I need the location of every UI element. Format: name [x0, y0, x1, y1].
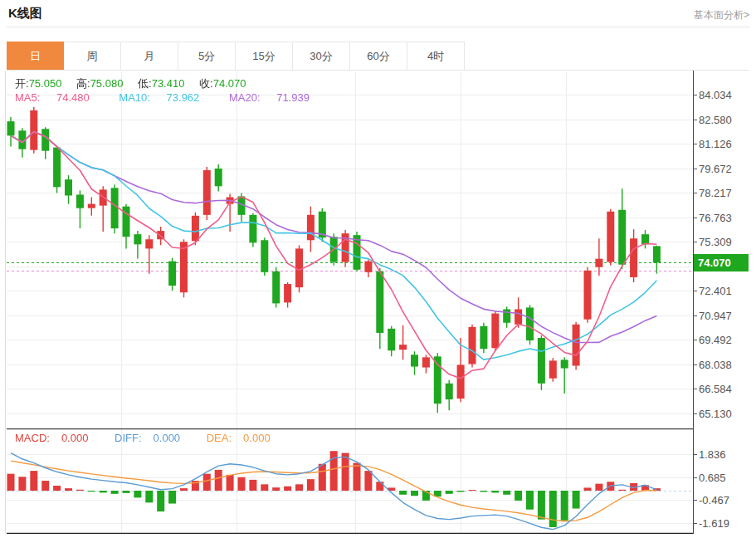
fundamental-analysis-link[interactable]: 基本面分析> [694, 8, 749, 22]
price-axis-label: 72.401 [699, 285, 732, 297]
axis-tick-mark [693, 315, 697, 316]
ohlc-open-label: 开: [15, 77, 29, 90]
axis-tick-mark [693, 242, 697, 242]
axis-tick-mark [693, 389, 697, 389]
price-axis-label: 69.492 [699, 334, 732, 346]
tab-bar-baseline [7, 70, 749, 71]
tab-week[interactable]: 周 [64, 42, 121, 71]
axis-tick-mark [693, 120, 697, 120]
ohlc-open-value: 75.050 [29, 77, 62, 90]
tab-4hour[interactable]: 4时 [407, 42, 465, 71]
tab-30min[interactable]: 30分 [293, 42, 350, 71]
price-axis-label: 78.217 [699, 187, 732, 199]
axis-tick-mark [693, 340, 697, 340]
axis-tick-mark [693, 477, 697, 478]
price-axis-label: 66.584 [699, 383, 732, 395]
ma10-value: MA10: 73.962 [119, 91, 212, 104]
tab-5min[interactable]: 5分 [178, 42, 236, 71]
interval-tab-bar: 日 周 月 5分 15分 30分 60分 4时 [7, 42, 465, 71]
price-axis-label: 82.580 [699, 114, 732, 126]
axis-tick-mark [693, 523, 697, 524]
ohlc-low-value: 73.410 [152, 77, 185, 90]
macd-readout: MACD:0.000 DIFF:0.000 DEA:0.000 [15, 432, 294, 444]
axis-tick-mark [693, 218, 697, 218]
ohlc-high-value: 75.080 [90, 77, 124, 90]
current-price-tag: 74.070 [694, 254, 749, 271]
macd-axis-label: -1.619 [699, 517, 729, 530]
axis-tick-mark [693, 95, 697, 95]
axis-tick-mark [693, 364, 697, 365]
tab-month[interactable]: 月 [121, 42, 178, 71]
tab-60min[interactable]: 60分 [350, 42, 407, 71]
candlestick-chart-canvas[interactable] [7, 71, 693, 428]
price-axis-label: 70.947 [699, 310, 732, 322]
axis-tick-mark [693, 454, 697, 455]
header-divider [7, 27, 749, 27]
chart-left-border [5, 71, 6, 534]
page-title: K线图 [8, 6, 42, 22]
ma-readout: MA5: 74.480 MA10: 73.962 MA20: 71.939 [15, 91, 336, 104]
macd-axis-label: 0.685 [699, 472, 726, 484]
ohlc-high-label: 高: [76, 77, 90, 90]
kline-page: K线图 基本面分析> 日 周 月 5分 15分 30分 60分 4时 开:75.… [0, 0, 756, 538]
diff-value: DIFF:0.000 [115, 432, 192, 444]
price-axis-label: 75.309 [699, 236, 732, 248]
axis-tick-mark [693, 413, 697, 414]
ma20-value: MA20: 71.939 [229, 91, 323, 104]
price-axis-label: 76.763 [699, 212, 732, 224]
price-axis-label: 68.038 [699, 359, 732, 371]
ma5-value: MA5: 74.480 [15, 91, 103, 104]
price-axis-label: 81.126 [699, 138, 732, 150]
ohlc-low-label: 低: [138, 77, 152, 90]
ohlc-close-label: 收: [199, 77, 213, 90]
axis-tick-mark [693, 291, 697, 291]
price-axis-label: 65.130 [699, 408, 732, 420]
macd-value: MACD:0.000 [15, 432, 100, 444]
ohlc-close-value: 74.070 [213, 77, 246, 90]
tab-day[interactable]: 日 [7, 42, 64, 71]
macd-axis-label: 1.836 [699, 448, 726, 461]
axis-tick-mark [693, 193, 697, 193]
axis-tick-mark [693, 144, 697, 144]
tab-15min[interactable]: 15分 [236, 42, 293, 71]
macd-chart-canvas[interactable] [7, 428, 693, 534]
axis-tick-mark [693, 169, 697, 169]
price-axis-line [693, 71, 694, 534]
price-axis-label: 79.672 [699, 163, 732, 175]
ohlc-readout: 开:75.050 高:75.080 低:73.410 收:74.070 [15, 76, 257, 91]
price-axis-label: 84.034 [699, 89, 732, 101]
dea-value: DEA:0.000 [207, 432, 282, 444]
axis-tick-mark [693, 500, 697, 501]
macd-axis-label: -0.467 [699, 494, 729, 506]
